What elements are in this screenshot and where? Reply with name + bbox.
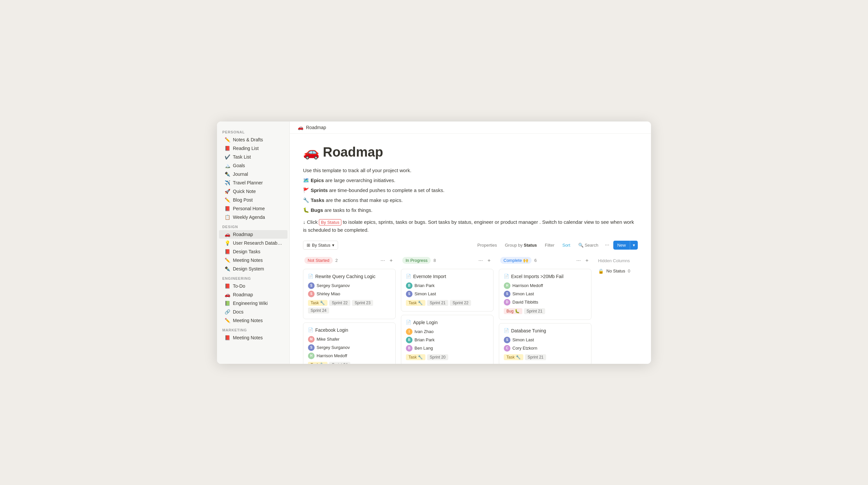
column-add-button[interactable]: + xyxy=(388,257,394,264)
kanban-card[interactable]: 📄 Facebook Login M Mike Shafer S Sergey … xyxy=(303,322,396,364)
person-name: Harrison Medoff xyxy=(316,353,347,358)
column-more-button[interactable]: ··· xyxy=(379,257,386,264)
card-type-tag: Task 🔧 xyxy=(406,354,425,360)
sidebar-item-meeting-notes[interactable]: 📕 Meeting Notes xyxy=(219,333,287,342)
avatar: S xyxy=(308,344,315,351)
sidebar-item-docs[interactable]: 🔗 Docs xyxy=(219,308,287,316)
card-person: C Cory Etzkorn xyxy=(504,345,587,351)
column-actions: ··· + xyxy=(477,257,492,264)
group-by-button[interactable]: Group by Status xyxy=(502,241,539,249)
sidebar-item-meeting-notes[interactable]: ✏️ Meeting Notes xyxy=(219,256,287,264)
sidebar-item-label: Personal Home xyxy=(233,206,282,211)
sidebar-section-label: ENGINEERING xyxy=(217,273,289,282)
person-name: Brian Park xyxy=(414,283,435,288)
card-tags: Task 🔧 Sprint 22Sprint 23Sprint 24 xyxy=(308,300,391,314)
sidebar-item-design-tasks[interactable]: 📕 Design Tasks xyxy=(219,247,287,256)
sidebar-item-icon: 🚀 xyxy=(224,189,230,194)
person-name: David Tibbitts xyxy=(513,299,538,305)
card-title: 📄 Rewrite Query Caching Logic xyxy=(308,274,391,279)
sidebar-item-icon: ✏️ xyxy=(224,258,230,263)
sidebar-item-task-list[interactable]: ✔️ Task List xyxy=(219,153,287,161)
person-name: Ivan Zhao xyxy=(414,329,434,334)
card-person: S Simon Last xyxy=(504,337,587,343)
sidebar-item-label: Meeting Notes xyxy=(233,258,282,263)
more-options-button[interactable]: ··· xyxy=(604,241,611,249)
sidebar-item-icon: 🏔️ xyxy=(224,163,230,168)
new-button-chevron[interactable]: ▾ xyxy=(630,241,638,250)
column-add-button[interactable]: + xyxy=(486,257,492,264)
sidebar-item-notes-&-drafts[interactable]: ✏️ Notes & Drafts xyxy=(219,135,287,144)
sidebar-item-blog-post[interactable]: ✏️ Blog Post xyxy=(219,196,287,204)
chevron-down-icon: ▾ xyxy=(332,242,335,248)
sidebar-item-weekly-agenda[interactable]: 📋 Weekly Agenda xyxy=(219,213,287,222)
sidebar-item-icon: ✔️ xyxy=(224,154,230,160)
sidebar-item-quick-note[interactable]: 🚀 Quick Note xyxy=(219,187,287,196)
card-type-tag: Task 🔧 xyxy=(308,300,328,306)
sidebar-item-icon: 📕 xyxy=(224,146,230,151)
card-title-text: Apple Login xyxy=(413,320,438,325)
new-button[interactable]: New ▾ xyxy=(613,241,638,250)
no-status-count: 0 xyxy=(628,268,630,274)
sidebar-item-label: Reading List xyxy=(233,146,282,151)
card-person: I Ivan Zhao xyxy=(406,329,489,335)
card-type-tag: Task 🔧 xyxy=(308,362,328,364)
sidebar-item-journal[interactable]: ✒️ Journal xyxy=(219,170,287,178)
avatar: H xyxy=(308,352,315,359)
description-intro: Use this template to track all of your p… xyxy=(303,167,638,174)
card-title: 📄 Excel Imports >20Mb Fail xyxy=(504,274,587,279)
card-type-tag: Bug 🐛 xyxy=(504,308,522,314)
avatar: S xyxy=(504,337,510,343)
sidebar-item-travel-planner[interactable]: ✈️ Travel Planner xyxy=(219,178,287,187)
column-add-button[interactable]: + xyxy=(584,257,590,264)
sidebar-item-goals[interactable]: 🏔️ Goals xyxy=(219,161,287,170)
column-actions: ··· + xyxy=(575,257,590,264)
view-selector-button[interactable]: ⊞ By Status ▾ xyxy=(303,241,338,250)
kanban-card[interactable]: 📄 Apple Login I Ivan Zhao B Brian Park B… xyxy=(401,315,494,364)
sidebar-item-icon: ✏️ xyxy=(224,137,230,142)
card-person: S Sergey Surganov xyxy=(308,282,391,289)
sidebar-item-icon: 📕 xyxy=(224,335,230,340)
sidebar-item-icon: ✏️ xyxy=(224,318,230,323)
card-person: D David Tibbitts xyxy=(504,299,587,306)
card-title: 📄 Apple Login xyxy=(406,320,489,325)
kanban-card[interactable]: 📄 Rewrite Query Caching Logic S Sergey S… xyxy=(303,269,396,319)
sidebar-item-meeting-notes[interactable]: ✏️ Meeting Notes xyxy=(219,316,287,325)
person-name: Brian Park xyxy=(414,337,435,342)
properties-button[interactable]: Properties xyxy=(475,241,499,249)
card-person: S Shirley Miao xyxy=(308,291,391,297)
person-name: Harrison Medoff xyxy=(513,283,543,288)
column-more-button[interactable]: ··· xyxy=(575,257,582,264)
sidebar-item-icon: 📕 xyxy=(224,283,230,289)
card-doc-icon: 📄 xyxy=(308,274,313,279)
sprint-tag: Sprint 21 xyxy=(525,354,546,360)
sidebar-item-user-research-database[interactable]: 💡 User Research Database xyxy=(219,239,287,247)
sidebar-item-roadmap[interactable]: 🚗 Roadmap xyxy=(219,230,287,239)
card-doc-icon: 📄 xyxy=(406,274,411,279)
sidebar-item-engineering-wiki[interactable]: 📗 Engineering Wiki xyxy=(219,299,287,308)
sidebar-item-label: Roadmap xyxy=(233,292,282,297)
sidebar-item-personal-home[interactable]: 📕 Personal Home xyxy=(219,204,287,213)
description-sprints: 🚩 Sprints are time-bounded pushes to com… xyxy=(303,187,638,194)
kanban-card[interactable]: 📄 Evernote Import B Brian Park S Simon L… xyxy=(401,269,494,312)
sidebar-section-label: PERSONAL xyxy=(217,127,289,135)
description-epics: 🗺️ Epics are large overarching initiativ… xyxy=(303,176,638,184)
sidebar-item-roadmap[interactable]: 🚗 Roadmap xyxy=(219,290,287,299)
column-badge: Not Started xyxy=(304,257,333,264)
sidebar-item-reading-list[interactable]: 📕 Reading List xyxy=(219,144,287,153)
sidebar-item-design-system[interactable]: ✒️ Design System xyxy=(219,264,287,273)
sort-button[interactable]: Sort xyxy=(560,241,573,249)
sidebar-item-to-do[interactable]: 📕 To-Do xyxy=(219,282,287,290)
filter-button[interactable]: Filter xyxy=(542,241,557,249)
kanban-card[interactable]: 📄 Excel Imports >20Mb Fail H Harrison Me… xyxy=(499,269,591,320)
search-button[interactable]: 🔍 Search xyxy=(576,241,601,249)
sprint-tag: Sprint 21 xyxy=(524,308,545,314)
kanban-card[interactable]: 📄 Database Tuning S Simon Last C Cory Et… xyxy=(499,323,591,364)
app-window: PERSONAL✏️ Notes & Drafts📕 Reading List✔… xyxy=(217,121,651,364)
card-tags: Task 🔧 Sprint 21 xyxy=(504,354,587,360)
person-name: Cory Etzkorn xyxy=(513,346,537,350)
card-tags: Task 🔧 Sprint 24 xyxy=(308,362,391,364)
avatar: B xyxy=(406,337,412,343)
kanban-column-not-started: Not Started 2 ··· + 📄 Rewrite Query Cach… xyxy=(303,255,396,364)
column-more-button[interactable]: ··· xyxy=(477,257,484,264)
sidebar-item-icon: 📕 xyxy=(224,249,230,254)
